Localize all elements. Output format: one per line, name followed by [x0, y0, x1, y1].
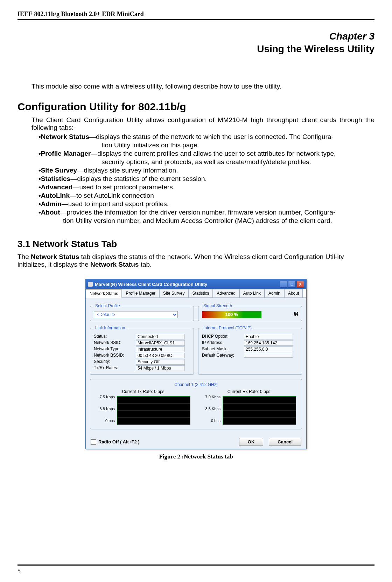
tab-strip: Network Status Profile Manager Site Surv…: [86, 289, 306, 298]
signal-strength-legend: Signal Strength: [202, 303, 233, 308]
bullet-profile-manager: •Profile Manager —displays the current p…: [38, 150, 374, 157]
link-rate-value: 54 Mbps / 1 Mbps: [136, 365, 185, 371]
select-profile-group: Select Profile <Default>: [90, 303, 194, 321]
bullet-advanced: •Advanced —used to set protocol paramete…: [38, 183, 374, 191]
link-ssid-label: Network SSID:: [94, 340, 136, 346]
intro-text: This module also come with a wireless ut…: [31, 83, 374, 90]
link-security-value: Security Off: [136, 359, 185, 365]
link-security-label: Security:: [94, 359, 136, 365]
tab-statistics[interactable]: Statistics: [188, 289, 213, 297]
page-number: 5: [18, 568, 21, 575]
profile-select[interactable]: <Default>: [94, 311, 178, 318]
brand-logo-icon: M: [294, 311, 298, 317]
tab-site-survey[interactable]: Site Survey: [159, 289, 188, 297]
window-titlebar[interactable]: Marvell(R) Wireless Client Card Configur…: [86, 279, 306, 289]
ip-group: Internet Protocol (TCP/IP) DHCP Option:E…: [198, 325, 302, 375]
link-status-value: Connected: [136, 334, 185, 339]
ip-value: 169.254.185.142: [244, 340, 293, 346]
bullet-about: •About —provides the information for the…: [38, 209, 374, 216]
tab-network-status[interactable]: Network Status: [86, 289, 122, 298]
bullet-about-cont: tion Utility version number, and Medium …: [63, 217, 374, 225]
tab-about[interactable]: About: [284, 289, 303, 297]
rx-rate-title: Current Rx Rate: 0 bps: [200, 389, 298, 394]
link-ssid-value: MarvellAP5X_CLS1: [136, 340, 185, 346]
chapter-label: Chapter 3: [18, 31, 374, 42]
mask-label: Subnet Mask:: [202, 346, 244, 352]
minimize-button[interactable]: _: [280, 281, 287, 288]
app-icon: [88, 282, 93, 287]
section-31-text: The Network Status tab displays the stat…: [18, 253, 374, 268]
config-intro: The Client Card Configuration Utility al…: [31, 116, 374, 132]
close-button[interactable]: X: [296, 281, 304, 288]
select-profile-legend: Select Profile: [94, 303, 121, 308]
tab-admin[interactable]: Admin: [265, 289, 284, 297]
signal-strength-group: Signal Strength 100 % M: [198, 303, 302, 321]
bullet-site-survey: •Site Survey —displays site survey infor…: [38, 167, 374, 174]
bullet-network-status: •Network Status —displays the status of …: [38, 133, 374, 141]
tx-ylabel-2: 0 bps: [94, 419, 115, 423]
tab-profile-manager[interactable]: Profile Manager: [122, 289, 159, 297]
link-type-label: Network Type:: [94, 346, 136, 352]
figure-caption: Figure 2 :Network Status tab: [18, 453, 374, 460]
window-title: Marvell(R) Wireless Client Card Configur…: [95, 282, 207, 287]
dhcp-value: Enable: [244, 334, 293, 339]
tx-rate-title: Current Tx Rate: 0 bps: [94, 389, 192, 394]
bullet-network-status-cont: tion Utility initializes on this page.: [102, 141, 374, 149]
gw-label: Default Gateway:: [202, 353, 244, 358]
channel-rates-group: Channel 1 (2.412 GHz) Current Tx Rate: 0…: [90, 379, 302, 429]
rx-ylabel-1: 3.5 Kbps: [200, 407, 220, 411]
link-status-label: Status:: [94, 334, 136, 339]
ip-legend: Internet Protocol (TCP/IP): [202, 325, 253, 330]
section-31-title: 3.1 Network Status Tab: [18, 239, 374, 250]
bullet-statistics: •Statistics —displays the statistics of …: [38, 175, 374, 183]
link-bssid-value: 00 50 43 20 09 8C: [136, 353, 185, 358]
bullet-profile-manager-cont: security options, and protocols, as well…: [102, 158, 374, 166]
bullet-autolink: •AutoLink —to set AutoLink connection: [38, 192, 374, 199]
link-rate-label: Tx/Rx Rates:: [94, 365, 136, 371]
link-information-group: Link Information Status:Connected Networ…: [90, 325, 194, 375]
rx-ylabel-2: 0 bps: [200, 419, 220, 423]
cancel-button[interactable]: Cancel: [269, 438, 301, 446]
tab-auto-link[interactable]: Auto Link: [239, 289, 265, 297]
tx-graph: [117, 396, 190, 425]
maximize-button[interactable]: □: [288, 281, 296, 288]
doc-header: IEEE 802.11b/g Bluetooth 2.0+ EDR MiniCa…: [18, 10, 374, 20]
ip-label: IP Address: [202, 340, 244, 346]
config-utility-window: Marvell(R) Wireless Client Card Configur…: [85, 279, 307, 449]
rx-ylabel-0: 7.0 Kbps: [200, 395, 220, 399]
radio-off-checkbox[interactable]: Radio Off ( Alt+F2 ): [91, 439, 140, 445]
link-bssid-label: Network BSSID:: [94, 353, 136, 358]
mask-value: 255.255.0.0: [244, 346, 293, 352]
channel-label: Channel 1 (2.412 GHz): [94, 382, 298, 387]
tab-advanced[interactable]: Advanced: [213, 289, 239, 297]
checkbox-icon: [91, 439, 96, 445]
link-type-value: Infrastructure: [136, 346, 185, 352]
tx-ylabel-0: 7.5 Kbps: [94, 395, 115, 399]
link-information-legend: Link Information: [94, 325, 126, 330]
bullet-admin: •Admin —used to import and export profil…: [38, 200, 374, 208]
radio-off-label: Radio Off ( Alt+F2 ): [98, 439, 140, 444]
tx-ylabel-1: 3.8 Kbps: [94, 407, 115, 411]
ok-button[interactable]: OK: [239, 438, 264, 446]
section-config-title: Configuration Utility for 802.11b/g: [18, 101, 374, 113]
gw-value: [244, 353, 293, 358]
rx-graph: [223, 396, 296, 425]
signal-bar: 100 %: [202, 311, 261, 318]
dhcp-label: DHCP Option:: [202, 334, 244, 339]
chapter-title: Using the Wireless Utility: [18, 43, 374, 55]
